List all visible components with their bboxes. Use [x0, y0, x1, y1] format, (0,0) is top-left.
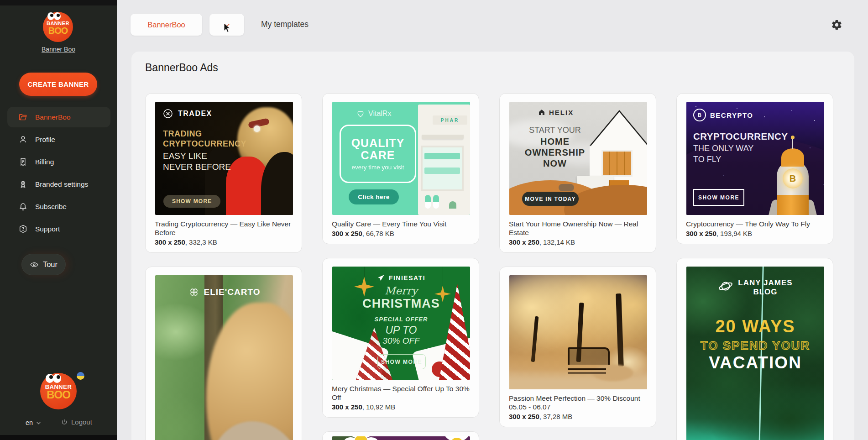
card-title: Cryptocurrency — The Only Way To Fly [686, 220, 824, 228]
grid-column: TRADEX TRADING CRYPTOCURRENCY EASY LIKE … [145, 93, 302, 440]
card-caption: Start Your Home Ownership Now — Real Est… [500, 215, 656, 252]
tour-button[interactable]: Tour [21, 254, 66, 275]
rocket-art: B [774, 145, 811, 215]
logo-eye-icon [53, 374, 61, 383]
banner-brand: TRADEX [162, 108, 212, 119]
sidebar-item-profile[interactable]: Profile [0, 128, 117, 151]
banner-cta: SHOW MORE [163, 195, 220, 208]
card-meta: 300 x 250, 37,28 MB [509, 412, 647, 421]
language-value: en [26, 419, 33, 426]
card-meta: 300 x 250, 132,14 KB [509, 238, 647, 247]
heart-icon [356, 109, 365, 118]
banner-preview-tradex[interactable]: TRADEX TRADING CRYPTOCURRENCY EASY LIKE … [155, 102, 293, 215]
award-icon [18, 179, 28, 189]
sidebar-bottom-strip [0, 435, 117, 440]
banner-preview-passion[interactable] [509, 275, 647, 389]
sidebar-top-strip [0, 0, 117, 5]
bannerboo-logo: BANNER BOO [43, 12, 73, 42]
bench-art [568, 347, 610, 365]
banner-preview-helix[interactable]: HELIX START YOUR HOME OWNERSHIP NOW MOVE… [509, 102, 647, 215]
template-card-christmas[interactable]: FINIESATI Merry CHRISTMAS SPECIAL OFFER … [322, 258, 479, 418]
page-title: My templates [261, 20, 309, 29]
section-title: BannerBoo Ads [145, 62, 218, 74]
banner-preview-bannerboo[interactable]: BANNERBOO [332, 436, 470, 440]
logo-text-top: BANNER [47, 21, 69, 26]
banner-script-text: Merry [332, 285, 470, 297]
banner-headline: NOW [509, 158, 601, 169]
banner-subline: UP TO [332, 324, 470, 336]
template-card-lanyjames[interactable]: LANY JAMESBLOG 20 WAYS TO SPEND YOUR VAC… [676, 258, 833, 440]
banner-headline: QUALITY CARE every time you visit [340, 125, 416, 183]
template-grid: TRADEX TRADING CRYPTOCURRENCY EASY LIKE … [145, 93, 833, 440]
storefront-art: PHAR [418, 105, 470, 215]
banner-subline: START YOUR [509, 126, 601, 135]
template-card-bannerboo-purple[interactable]: BANNERBOO [322, 431, 479, 440]
banner-headline: CRYPTOCURRENCY [163, 139, 246, 149]
sidebar-item-bannerboo[interactable]: BannerBoo [0, 106, 117, 128]
banner-subline: 30% OFF [332, 336, 470, 346]
sidebar-item-support[interactable]: Support [0, 218, 117, 240]
banner-preview-christmas[interactable]: FINIESATI Merry CHRISTMAS SPECIAL OFFER … [332, 267, 470, 380]
banner-subline: NEVER BEFORE [163, 162, 231, 172]
banner-brand: LANY JAMESBLOG [686, 278, 824, 297]
x-circle-icon [162, 108, 173, 119]
logout-button[interactable]: Logout [61, 418, 92, 426]
receipt-icon [18, 157, 28, 167]
banner-cta: SHOW MORE [693, 189, 744, 206]
template-card-helix[interactable]: HELIX START YOUR HOME OWNERSHIP NOW MOVE… [499, 93, 656, 253]
sidebar-item-branded-settings[interactable]: Branded settings [0, 173, 117, 195]
card-caption: Quality Care — Every Time You Visit 300 … [323, 215, 479, 244]
eye-icon [30, 260, 39, 269]
banner-preview-becrypto[interactable]: B B BECRYPTO CRYPTOCURRENCY THE ONLY WAY… [686, 102, 824, 215]
workspace-button[interactable]: BannerBoo [131, 14, 202, 36]
create-banner-button[interactable]: CREATE BANNER [19, 73, 97, 96]
templates-panel: BannerBoo Ads TRADEX TRADING CRYPTOCURRE… [131, 52, 854, 440]
banner-brand: VitalRx [356, 109, 391, 118]
card-meta: 300 x 250, 332,3 KB [155, 238, 293, 247]
language-selector[interactable]: en [26, 419, 42, 426]
banner-preview-vitalrx[interactable]: PHAR VitalRx QUALITY CARE every [332, 102, 470, 215]
banner-preview-lanyjames[interactable]: LANY JAMESBLOG 20 WAYS TO SPEND YOUR VAC… [686, 267, 824, 440]
card-title: Trading Cryptocurrency — Easy Like Never… [155, 220, 293, 237]
sidebar-item-label: Subscribe [35, 203, 67, 211]
tour-label: Tour [43, 260, 58, 269]
banner-brand: ELIE'CARTO [155, 286, 293, 298]
site-link[interactable]: Banner Boo [0, 46, 117, 53]
daisy-flower-art [440, 436, 470, 440]
banner-headline: OWNERSHIP [509, 147, 601, 158]
banner-headline: TRADING [163, 129, 202, 139]
template-card-vitalrx[interactable]: PHAR VitalRx QUALITY CARE every [322, 93, 479, 244]
settings-gear-button[interactable] [831, 19, 842, 31]
bannerboo-logo-bottom: BANNER BOO [40, 373, 77, 409]
card-meta: 300 x 250, 10,92 MB [332, 403, 470, 412]
card-meta: 300 x 250, 193,94 KB [686, 229, 824, 238]
help-icon [18, 224, 28, 234]
grid-column: PHAR VitalRx QUALITY CARE every [322, 93, 479, 440]
grid-column: B B BECRYPTO CRYPTOCURRENCY THE ONLY WAY… [676, 93, 833, 440]
gear-icon [831, 19, 842, 31]
logo-eye-icon [54, 12, 61, 20]
card-title: Passion Meet Perfection — 30% Discount 0… [509, 394, 647, 411]
brand-initial-icon: B [693, 109, 706, 121]
template-card-becrypto[interactable]: B B BECRYPTO CRYPTOCURRENCY THE ONLY WAY… [676, 93, 833, 244]
workspace-dropdown-button[interactable] [209, 14, 244, 36]
sidebar-item-billing[interactable]: Billing [0, 151, 117, 173]
template-card-tradex[interactable]: TRADEX TRADING CRYPTOCURRENCY EASY LIKE … [145, 93, 302, 253]
template-card-passion[interactable]: Passion Meet Perfection — 30% Discount 0… [499, 267, 656, 427]
banner-preview-eliecarto[interactable]: ELIE'CARTO UP TO 70% OFF SPECIAL OFFER B… [155, 275, 293, 440]
banner-subline: TO SPEND YOUR [686, 339, 824, 353]
paper-plane-icon [377, 274, 385, 282]
banner-subline: EASY LIKE [163, 151, 207, 161]
app-window: BANNER BOO Banner Boo CREATE BANNER Bann… [0, 0, 868, 440]
sidebar-item-label: Billing [35, 158, 54, 166]
sidebar-item-label: Support [35, 225, 60, 233]
banner-subline: SPECIAL OFFER [332, 316, 470, 323]
sidebar-item-subscribe[interactable]: Subscribe [0, 195, 117, 218]
card-title: Start Your Home Ownership Now — Real Est… [509, 220, 647, 237]
template-card-eliecarto[interactable]: ELIE'CARTO UP TO 70% OFF SPECIAL OFFER B… [145, 267, 302, 440]
banner-headline: CRYPTOCURRENCY [693, 131, 788, 142]
chevron-down-icon [36, 420, 42, 426]
sidebar: BANNER BOO Banner Boo CREATE BANNER Bann… [0, 0, 117, 440]
clover-icon [188, 286, 200, 298]
grid-column: HELIX START YOUR HOME OWNERSHIP NOW MOVE… [499, 93, 656, 440]
